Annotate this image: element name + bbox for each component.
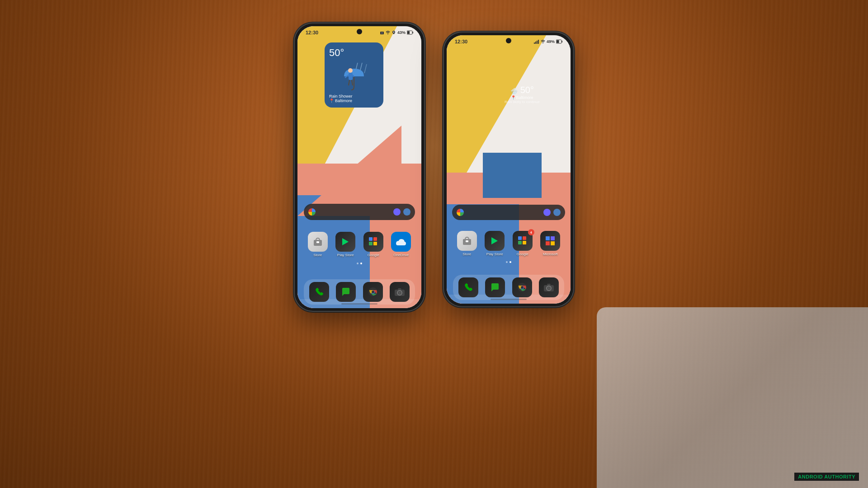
- phone-left-screen: 12:30 43%: [297, 26, 421, 308]
- camera-icon-left: [390, 282, 410, 302]
- weather-temp-left: 50°: [329, 47, 379, 59]
- store-svg-right: [462, 235, 472, 246]
- svg-point-1: [381, 32, 383, 34]
- svg-rect-46: [546, 236, 550, 240]
- svg-point-35: [542, 42, 543, 43]
- lens-icon-left[interactable]: [403, 208, 410, 216]
- playstore-label-left: Play Store: [337, 253, 354, 257]
- google-logo-right: [457, 209, 464, 216]
- svg-rect-23: [369, 242, 373, 245]
- chrome-icon-right: [512, 277, 532, 297]
- app-store-left[interactable]: Store: [305, 232, 330, 257]
- dock-left: [304, 279, 415, 305]
- chrome-icon-left: [363, 282, 383, 302]
- store-icon-right: [457, 231, 477, 251]
- lens-svg-left: [403, 208, 410, 216]
- app-store-right[interactable]: Store: [454, 231, 479, 256]
- messages-icon-right: [485, 277, 505, 297]
- battery-icon-right: [556, 39, 562, 44]
- playstore-label-right: Play Store: [486, 252, 503, 256]
- mic-svg-right: [543, 209, 550, 215]
- svg-rect-31: [534, 42, 535, 44]
- playstore-svg-right: [490, 236, 500, 246]
- google-label-right: Google: [517, 252, 528, 256]
- mic-icon-left[interactable]: [393, 208, 401, 216]
- store-icon-left: [308, 232, 328, 252]
- app-row1-left: Store Play Store: [304, 232, 415, 257]
- dock-chrome-right[interactable]: [509, 277, 534, 297]
- status-icons-left: 43%: [380, 30, 413, 35]
- app-onedrive-left[interactable]: OneDrive: [389, 232, 414, 257]
- carpet-texture: [597, 307, 868, 488]
- svg-point-30: [398, 291, 401, 294]
- playstore-icon-right: [485, 231, 505, 251]
- dock-chrome-left[interactable]: [360, 282, 385, 302]
- svg-rect-6: [407, 31, 410, 34]
- lens-icon-right[interactable]: [553, 209, 561, 216]
- wp-blue-rect-right: [483, 153, 542, 198]
- app-grid-right: Store Play Store: [453, 231, 564, 260]
- watermark-text-android: ANDROID: [798, 474, 824, 479]
- google-logo-left: [308, 208, 316, 216]
- search-bar-left[interactable]: [304, 204, 415, 220]
- app-playstore-left[interactable]: Play Store: [333, 232, 358, 257]
- svg-line-16: [352, 80, 353, 85]
- camera-cutout-right: [506, 38, 511, 43]
- camera-icon-left: [380, 30, 384, 35]
- messages-svg-right: [490, 282, 500, 292]
- phone-icon-right: [458, 277, 478, 297]
- dot-2-left: [360, 263, 362, 264]
- svg-rect-38: [557, 40, 559, 43]
- app-google-right[interactable]: 4 Google: [510, 231, 535, 256]
- page-dots-right: [506, 261, 511, 263]
- weather-temp-right: 🌧️ 50°: [505, 85, 540, 95]
- svg-rect-37: [562, 41, 563, 42]
- svg-point-52: [521, 286, 524, 289]
- status-icons-right: 49%: [534, 39, 562, 44]
- dock-camera-right[interactable]: [537, 277, 561, 297]
- mic-icon-right[interactable]: [543, 209, 551, 216]
- camera-cutout-left: [357, 29, 362, 34]
- dot-1-left: [357, 263, 359, 264]
- phone-right-screen: 12:30 49%: [447, 35, 571, 304]
- svg-line-15: [349, 80, 349, 85]
- wallpaper-right: [447, 35, 571, 304]
- dock-camera-left[interactable]: [387, 282, 412, 302]
- onedrive-label-left: OneDrive: [393, 253, 409, 257]
- svg-point-39: [555, 210, 558, 213]
- page-dots-left: [357, 263, 362, 264]
- watermark-logo: ANDROID AUTHORITY: [794, 473, 859, 481]
- wifi-icon-left: [386, 30, 390, 35]
- dock-right: [453, 275, 564, 300]
- status-bar-left: 12:30 43%: [297, 26, 421, 39]
- store-svg-left: [312, 236, 323, 247]
- phone-right: 12:30 49%: [443, 32, 574, 307]
- messages-icon-left: [336, 282, 356, 302]
- svg-point-2: [387, 33, 388, 34]
- app-microsoft-right[interactable]: Microsoft: [538, 231, 563, 256]
- dock-messages-left[interactable]: [334, 282, 359, 302]
- playstore-svg-left: [340, 237, 350, 247]
- weather-widget-left: 50°: [325, 42, 383, 108]
- microsoft-svg-right: [544, 235, 556, 247]
- app-google-left[interactable]: Google: [361, 232, 386, 257]
- onedrive-icon-left: [391, 232, 411, 252]
- battery-left: 43%: [397, 30, 406, 35]
- dock-messages-right[interactable]: [483, 277, 508, 297]
- svg-rect-34: [538, 40, 539, 44]
- status-time-left: 12:30: [306, 30, 318, 35]
- weather-desc-left: Rain Shower: [329, 94, 379, 99]
- svg-rect-49: [551, 241, 555, 245]
- lens-svg-right: [553, 209, 560, 215]
- phone-svg-left: [314, 287, 324, 297]
- search-bar-right[interactable]: [452, 205, 565, 220]
- store-label-left: Store: [313, 253, 322, 257]
- svg-rect-47: [551, 236, 555, 240]
- dock-phone-right[interactable]: [456, 277, 481, 297]
- dock-phone-left[interactable]: [307, 282, 331, 302]
- svg-rect-45: [523, 241, 526, 244]
- watermark-text-authority: AUTHORITY: [824, 474, 855, 479]
- signal-icon-right: [534, 39, 539, 44]
- microsoft-icon-right: [540, 231, 560, 251]
- app-playstore-right[interactable]: Play Store: [482, 231, 507, 256]
